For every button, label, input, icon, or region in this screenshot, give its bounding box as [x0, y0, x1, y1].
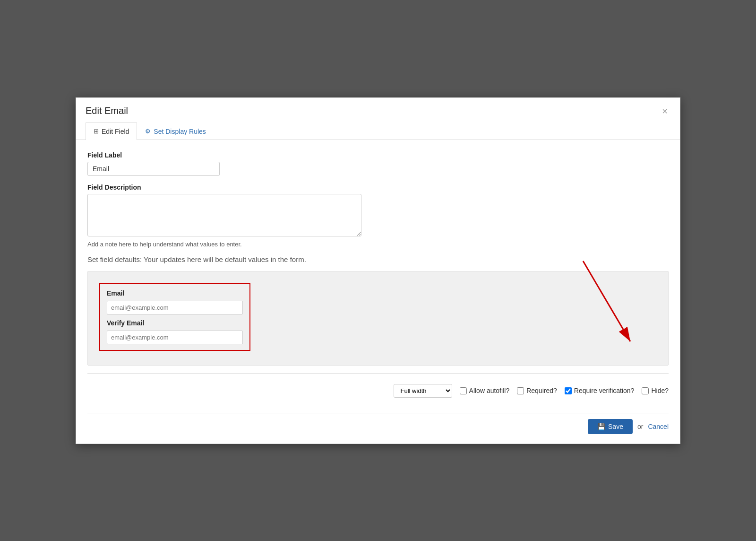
annotation-arrow: [526, 247, 668, 365]
preview-verify-input[interactable]: [107, 331, 243, 344]
field-label-group: Field Label: [87, 151, 669, 176]
required-label: Required?: [526, 387, 557, 394]
field-defaults-group: Set field defaults: Your updates here wi…: [87, 255, 669, 263]
require-verification-checkbox-group[interactable]: Require verification?: [565, 387, 635, 394]
preview-area: Email Verify Email: [87, 271, 669, 366]
modal-footer: 💾 Save or Cancel: [76, 413, 680, 444]
svg-line-1: [583, 261, 630, 341]
modal-body: Field Label Field Description Add a note…: [76, 140, 680, 413]
field-description-group: Field Description Add a note here to hel…: [87, 183, 669, 248]
field-description-help: Add a note here to help understand what …: [87, 241, 669, 248]
hide-checkbox-group[interactable]: Hide?: [642, 387, 669, 394]
save-icon: 💾: [597, 423, 605, 430]
modal-header: Edit Email ×: [76, 98, 680, 122]
hide-checkbox[interactable]: [642, 387, 649, 394]
width-select[interactable]: Full width Half width Third width: [394, 384, 452, 398]
preview-verify-label: Verify Email: [107, 319, 243, 327]
save-button[interactable]: 💾 Save: [588, 419, 633, 434]
required-checkbox-group[interactable]: Required?: [517, 387, 557, 394]
tab-edit-field[interactable]: ⊞ Edit Field: [86, 122, 137, 140]
table-icon: ⊞: [94, 128, 99, 135]
gear-icon: ⚙: [145, 128, 151, 135]
require-verification-checkbox[interactable]: [565, 387, 572, 394]
preview-email-input[interactable]: [107, 301, 243, 314]
divider: [87, 373, 669, 374]
preview-email-label: Email: [107, 289, 243, 297]
or-text: or: [637, 423, 643, 430]
autofill-label: Allow autofill?: [469, 387, 510, 394]
field-description-textarea[interactable]: [87, 194, 361, 236]
field-defaults-label: Set field defaults: Your updates here wi…: [87, 255, 669, 263]
preview-field-box: Email Verify Email: [99, 283, 250, 351]
cancel-button[interactable]: Cancel: [648, 423, 669, 430]
autofill-checkbox[interactable]: [460, 387, 467, 394]
field-label-label: Field Label: [87, 151, 669, 159]
tabs-bar: ⊞ Edit Field ⚙ Set Display Rules: [76, 122, 680, 140]
required-checkbox[interactable]: [517, 387, 524, 394]
tab-set-display-rules[interactable]: ⚙ Set Display Rules: [137, 122, 214, 140]
require-verification-label: Require verification?: [574, 387, 635, 394]
field-label-input[interactable]: [87, 162, 220, 176]
hide-label: Hide?: [651, 387, 669, 394]
modal: Edit Email × ⊞ Edit Field ⚙ Set Display …: [76, 97, 680, 444]
field-description-label: Field Description: [87, 183, 669, 191]
autofill-checkbox-group[interactable]: Allow autofill?: [460, 387, 510, 394]
modal-title: Edit Email: [86, 105, 128, 116]
close-button[interactable]: ×: [659, 105, 670, 117]
options-bar: Full width Half width Third width Allow …: [87, 379, 669, 405]
